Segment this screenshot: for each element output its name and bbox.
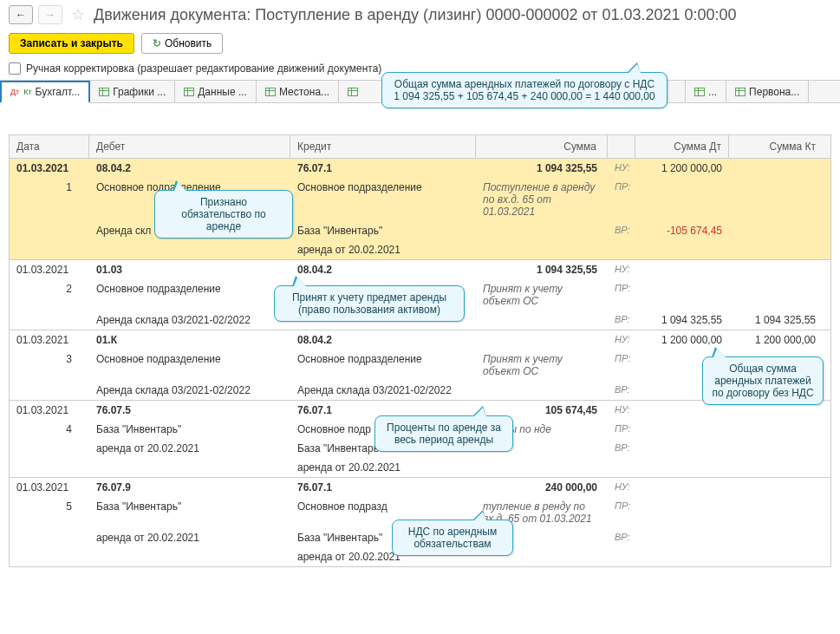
grid-icon: [348, 88, 358, 96]
manual-edit-label: Ручная корректировка (разрешает редактир…: [26, 62, 381, 75]
refresh-icon: ↻: [153, 37, 161, 49]
nav-forward-button[interactable]: →: [38, 5, 62, 24]
grid-icon: [694, 88, 705, 96]
page-title: Движения документа: Поступление в аренду…: [94, 6, 737, 24]
save-close-button[interactable]: Записать и закрыть: [9, 33, 134, 54]
callout-accepted: Принят к учету предмет аренды (право пол…: [274, 285, 465, 322]
refresh-button[interactable]: ↻ Обновить: [141, 33, 223, 54]
manual-edit-checkbox[interactable]: [9, 62, 21, 75]
tab-initial[interactable]: Первона...: [726, 81, 809, 102]
grid-icon: [99, 88, 109, 96]
callout-interest: Проценты по аренде за весь период аренды: [374, 415, 513, 452]
callout-vat: НДС по арендным обязательствам: [392, 520, 513, 556]
callout-total-no-vat: Общая сумма арендных платежей по договор…: [702, 356, 824, 405]
tab-schedules[interactable]: Графики ...: [90, 81, 175, 102]
table-row[interactable]: 01.03.2021 08.04.2 76.07.1 1 094 325,55 …: [9, 159, 831, 260]
grid-icon: [184, 88, 194, 96]
tab-accounting[interactable]: Дт Кт Бухгалт...: [0, 81, 90, 103]
tab-location[interactable]: Местона...: [257, 81, 339, 102]
tab-hidden-2[interactable]: ...: [686, 81, 726, 102]
table-header: Дата Дебет Кредит Сумма Сумма Дт Сумма К…: [9, 134, 831, 159]
callout-obligation: Признано обязательство по аренде: [154, 190, 293, 239]
arrow-right-icon: →: [45, 9, 55, 21]
grid-icon: [265, 88, 276, 96]
col-sumkt[interactable]: Сумма Кт: [729, 135, 823, 158]
tab-data[interactable]: Данные ...: [175, 81, 257, 102]
refresh-label: Обновить: [165, 37, 212, 49]
grid-icon: [735, 88, 746, 96]
col-credit[interactable]: Кредит: [290, 135, 476, 158]
dtkt-icon: Дт Кт: [10, 89, 32, 95]
col-date[interactable]: Дата: [10, 135, 89, 158]
favorite-star-icon[interactable]: ☆: [71, 5, 85, 24]
col-sum[interactable]: Сумма: [476, 135, 608, 158]
col-debit[interactable]: Дебет: [89, 135, 290, 158]
callout-total-with-vat: Общая сумма арендных платежей по договор…: [381, 72, 667, 108]
col-sumdt[interactable]: Сумма Дт: [635, 135, 729, 158]
content-area: Общая сумма арендных платежей по договор…: [0, 103, 840, 567]
arrow-left-icon: ←: [16, 9, 26, 21]
nav-back-button[interactable]: ←: [9, 5, 33, 24]
